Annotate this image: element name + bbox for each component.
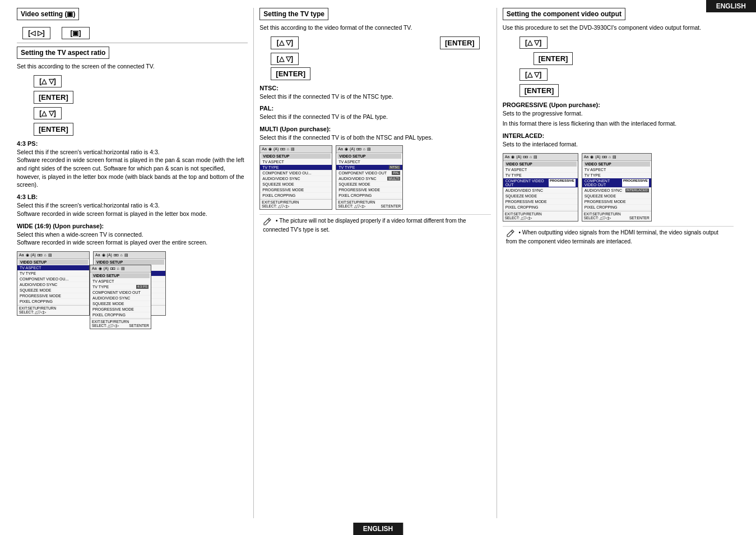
enter-key-2[interactable]: [ENTER] (34, 123, 73, 136)
col1-s1-row2: TV TYPE (17, 271, 89, 276)
col3-updown-key[interactable]: [△ ▽] (520, 36, 548, 49)
tv-type-desc: Set this according to the video format o… (259, 24, 490, 32)
col3-updown-key2[interactable]: [△ ▽] (520, 68, 548, 81)
column-2: Setting the TV type Set this according t… (254, 8, 497, 518)
col3-progressive-text2: In this format there is less flickering … (503, 119, 734, 128)
col3-pencil-icon (506, 229, 515, 238)
col1-s3-row4: AUDIO/VIDEO SYNC (90, 296, 151, 301)
a-key[interactable]: [▣] (62, 27, 90, 39)
item-43lb-text: Select this if the screen's vertical:hor… (17, 201, 248, 218)
col1-s3-row3: COMPONENT VIDEO OUT (90, 290, 151, 296)
col3-interlaced-head: INTERLACED: (503, 132, 734, 139)
col2-enter-key[interactable]: [ENTER] (440, 36, 480, 49)
col1-screen3-title: VIDEO SETUP (91, 273, 150, 278)
col1-s3-row1: TV ASPECT (90, 279, 151, 284)
col1-s3-row5: SQUEEZE MODE (90, 301, 151, 307)
col2-pal-text: Select this if the connected TV is of th… (259, 113, 490, 121)
updown-key-2[interactable]: [△ ▽] (34, 107, 62, 119)
col2-note: • The picture will not be displayed prop… (259, 214, 490, 236)
col1-s1-row4: AUDIO/VIDEO SYNC (17, 282, 89, 288)
col2-multi-head: MULTI (Upon purchase): (259, 126, 490, 132)
col1-screen1-title: VIDEO SETUP (18, 260, 88, 265)
video-setting-title: Video setting (▣) (17, 8, 79, 20)
col2-pal-head: PAL: (259, 105, 490, 112)
col1-screen3: Aa ◉ (A) ◘◘ ⌂ ▤ VIDEO SETUP TV ASPECT TV… (90, 265, 151, 329)
col1-s3-row6: PROGRESSIVE MODE (90, 307, 151, 312)
col2-screen1: Aa ◉ (A) ◘◘ ⌂ ▤ VIDEO SETUP TV ASPECT TV… (259, 145, 332, 210)
col1-screen2-header: Aa ◉ (A) ◘◘ ⌂ ▤ (94, 252, 165, 259)
col3-interlaced-text: Sets to the interlaced format. (503, 140, 734, 149)
col3-screen2: Aa ◉ (A) ◘◘ ⌂ ▤ VIDEO SETUP TV ASPECT TV… (582, 153, 652, 222)
col1-s3-footer: EXIT:SETUP/RETURN SELECT: △▽◁▷ SET:ENTER (90, 319, 151, 329)
enter-key-1[interactable]: [ENTER] (34, 91, 73, 104)
col1-s3-row7: PIXEL CROPPING (90, 312, 151, 318)
col3-progressive-text1: Sets to the progressive format. (503, 109, 734, 118)
col2-ntsc-text: Select this if the connected TV is of th… (259, 93, 490, 101)
col3-progressive-head: PROGRESSIVE (Upon purchase): (503, 102, 734, 108)
col2-ntsc-head: NTSC: (259, 85, 490, 91)
updown-key-1[interactable]: [△ ▽] (34, 75, 62, 87)
col1-screen1-header: Aa ◉ (A) ◘◘ ⌂ ▤ (17, 252, 89, 259)
col2-screen2: Aa ◉ (A) ◘◘ ⌂ ▤ VIDEO SETUP TV ASPECT TV… (336, 145, 403, 210)
col1-screen2-title: VIDEO SETUP (95, 260, 164, 265)
col1-s1-row1: TV ASPECT (17, 265, 89, 271)
lr-key[interactable]: [◁ ▷] (22, 27, 50, 39)
item-wide-head: WIDE (16:9) (Upon purchase): (17, 223, 248, 229)
component-video-title: Setting the component video output (503, 8, 625, 20)
column-1: Video setting (▣) [◁ ▷] [▣] Setting the … (17, 8, 254, 518)
col3-enter-key[interactable]: [ENTER] (534, 52, 573, 65)
item-wide-text: Select this when a wide-screen TV is con… (17, 230, 248, 247)
col1-screen1: Aa ◉ (A) ◘◘ ⌂ ▤ VIDEO SETUP TV ASPECT TV… (17, 251, 90, 316)
tv-aspect-desc: Set this according to the screen of the … (17, 62, 248, 71)
pencil-icon (263, 217, 272, 226)
col3-note: • When outputting video signals from the… (503, 226, 734, 248)
tv-type-title: Setting the TV type (259, 8, 328, 20)
component-video-desc: Use this procedure to set the DVD-3930CI… (503, 24, 734, 32)
col1-s1-row7: PIXEL CROPPING (17, 299, 89, 305)
col2-multi-text: Select this if the connected TV is of bo… (259, 133, 490, 142)
col2-updown-key2[interactable]: [△ ▽] (271, 53, 299, 65)
col3-enter-key2[interactable]: [ENTER] (520, 84, 559, 97)
col2-updown-key[interactable]: [△ ▽] (271, 36, 299, 49)
col1-s1-row3: COMPONENT VIDEO OU... (17, 276, 89, 282)
col1-s3-row2: TV TYPE4:3 PS (90, 284, 151, 290)
item-43ps-text: Select this if the screen's vertical:hor… (17, 148, 248, 189)
col2-enter-key2[interactable]: [ENTER] (271, 67, 310, 80)
col1-screen3-header: Aa ◉ (A) ◘◘ ⌂ ▤ (90, 265, 151, 273)
item-43lb-head: 4:3 LB: (17, 193, 248, 200)
col3-screen1: Aa ◉ (A) ◘◘ ⌂ ▤ VIDEO SETUP TV ASPECT TV… (503, 153, 578, 222)
column-3: Setting the component video output Use t… (497, 8, 739, 518)
col1-s1-row5: SQUEEZE MODE (17, 288, 89, 293)
col1-s1-row6: PROGRESSIVE MODE (17, 293, 89, 299)
col1-s1-footer: EXIT:SETUP/RETURN SELECT: △▽◁▷ (17, 305, 89, 315)
bottom-english-label: ENGLISH (353, 523, 403, 535)
item-43ps-head: 4:3 PS: (17, 140, 248, 147)
tv-aspect-title: Setting the TV aspect ratio (17, 47, 109, 59)
